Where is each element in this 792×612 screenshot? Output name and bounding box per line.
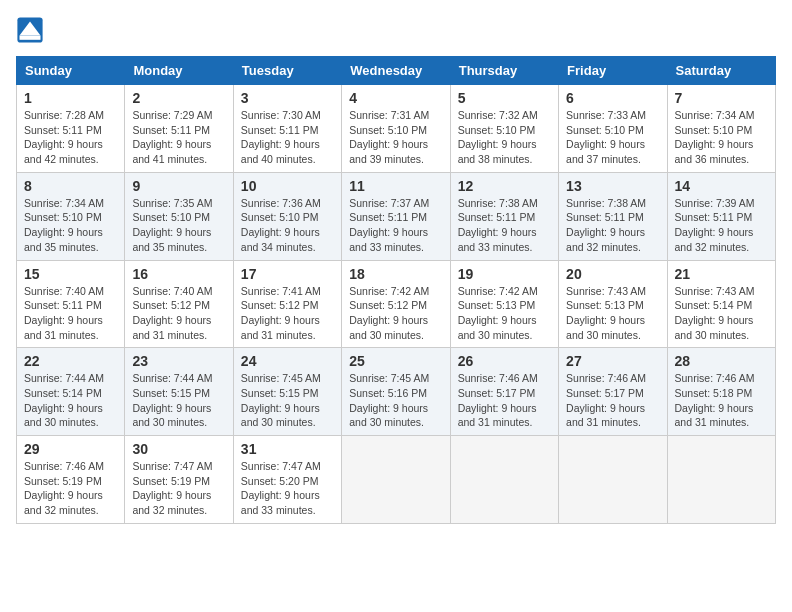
day-info: Sunrise: 7:43 AMSunset: 5:13 PMDaylight:… <box>566 284 659 343</box>
calendar-cell: 19Sunrise: 7:42 AMSunset: 5:13 PMDayligh… <box>450 260 558 348</box>
day-info: Sunrise: 7:40 AMSunset: 5:11 PMDaylight:… <box>24 284 117 343</box>
calendar-cell: 31Sunrise: 7:47 AMSunset: 5:20 PMDayligh… <box>233 436 341 524</box>
calendar-cell: 25Sunrise: 7:45 AMSunset: 5:16 PMDayligh… <box>342 348 450 436</box>
calendar-week-2: 8Sunrise: 7:34 AMSunset: 5:10 PMDaylight… <box>17 172 776 260</box>
day-info: Sunrise: 7:47 AMSunset: 5:20 PMDaylight:… <box>241 459 334 518</box>
calendar-cell: 5Sunrise: 7:32 AMSunset: 5:10 PMDaylight… <box>450 85 558 173</box>
day-number: 24 <box>241 353 334 369</box>
calendar-cell <box>342 436 450 524</box>
day-number: 30 <box>132 441 225 457</box>
day-number: 8 <box>24 178 117 194</box>
day-number: 28 <box>675 353 768 369</box>
day-info: Sunrise: 7:39 AMSunset: 5:11 PMDaylight:… <box>675 196 768 255</box>
day-info: Sunrise: 7:38 AMSunset: 5:11 PMDaylight:… <box>458 196 551 255</box>
day-info: Sunrise: 7:42 AMSunset: 5:12 PMDaylight:… <box>349 284 442 343</box>
calendar-cell <box>667 436 775 524</box>
calendar-week-5: 29Sunrise: 7:46 AMSunset: 5:19 PMDayligh… <box>17 436 776 524</box>
calendar-cell: 17Sunrise: 7:41 AMSunset: 5:12 PMDayligh… <box>233 260 341 348</box>
calendar-cell: 24Sunrise: 7:45 AMSunset: 5:15 PMDayligh… <box>233 348 341 436</box>
day-info: Sunrise: 7:38 AMSunset: 5:11 PMDaylight:… <box>566 196 659 255</box>
day-info: Sunrise: 7:31 AMSunset: 5:10 PMDaylight:… <box>349 108 442 167</box>
calendar-cell: 12Sunrise: 7:38 AMSunset: 5:11 PMDayligh… <box>450 172 558 260</box>
calendar-cell: 8Sunrise: 7:34 AMSunset: 5:10 PMDaylight… <box>17 172 125 260</box>
day-number: 10 <box>241 178 334 194</box>
calendar-cell: 13Sunrise: 7:38 AMSunset: 5:11 PMDayligh… <box>559 172 667 260</box>
day-info: Sunrise: 7:45 AMSunset: 5:16 PMDaylight:… <box>349 371 442 430</box>
day-header-saturday: Saturday <box>667 57 775 85</box>
day-info: Sunrise: 7:41 AMSunset: 5:12 PMDaylight:… <box>241 284 334 343</box>
day-header-thursday: Thursday <box>450 57 558 85</box>
day-info: Sunrise: 7:36 AMSunset: 5:10 PMDaylight:… <box>241 196 334 255</box>
day-number: 26 <box>458 353 551 369</box>
page-header <box>16 16 776 44</box>
calendar-cell: 6Sunrise: 7:33 AMSunset: 5:10 PMDaylight… <box>559 85 667 173</box>
calendar-cell: 10Sunrise: 7:36 AMSunset: 5:10 PMDayligh… <box>233 172 341 260</box>
day-number: 11 <box>349 178 442 194</box>
calendar-cell <box>450 436 558 524</box>
day-number: 16 <box>132 266 225 282</box>
day-number: 14 <box>675 178 768 194</box>
day-number: 4 <box>349 90 442 106</box>
day-number: 6 <box>566 90 659 106</box>
day-number: 5 <box>458 90 551 106</box>
day-number: 1 <box>24 90 117 106</box>
calendar-cell: 14Sunrise: 7:39 AMSunset: 5:11 PMDayligh… <box>667 172 775 260</box>
day-header-wednesday: Wednesday <box>342 57 450 85</box>
day-info: Sunrise: 7:35 AMSunset: 5:10 PMDaylight:… <box>132 196 225 255</box>
calendar-cell: 23Sunrise: 7:44 AMSunset: 5:15 PMDayligh… <box>125 348 233 436</box>
day-header-sunday: Sunday <box>17 57 125 85</box>
calendar-cell: 9Sunrise: 7:35 AMSunset: 5:10 PMDaylight… <box>125 172 233 260</box>
day-info: Sunrise: 7:43 AMSunset: 5:14 PMDaylight:… <box>675 284 768 343</box>
calendar-cell: 27Sunrise: 7:46 AMSunset: 5:17 PMDayligh… <box>559 348 667 436</box>
day-info: Sunrise: 7:44 AMSunset: 5:15 PMDaylight:… <box>132 371 225 430</box>
day-header-tuesday: Tuesday <box>233 57 341 85</box>
calendar-cell: 2Sunrise: 7:29 AMSunset: 5:11 PMDaylight… <box>125 85 233 173</box>
day-info: Sunrise: 7:46 AMSunset: 5:17 PMDaylight:… <box>566 371 659 430</box>
day-info: Sunrise: 7:29 AMSunset: 5:11 PMDaylight:… <box>132 108 225 167</box>
day-info: Sunrise: 7:30 AMSunset: 5:11 PMDaylight:… <box>241 108 334 167</box>
calendar-cell: 21Sunrise: 7:43 AMSunset: 5:14 PMDayligh… <box>667 260 775 348</box>
day-number: 20 <box>566 266 659 282</box>
day-info: Sunrise: 7:34 AMSunset: 5:10 PMDaylight:… <box>24 196 117 255</box>
calendar-cell: 22Sunrise: 7:44 AMSunset: 5:14 PMDayligh… <box>17 348 125 436</box>
day-info: Sunrise: 7:40 AMSunset: 5:12 PMDaylight:… <box>132 284 225 343</box>
day-header-monday: Monday <box>125 57 233 85</box>
day-info: Sunrise: 7:42 AMSunset: 5:13 PMDaylight:… <box>458 284 551 343</box>
calendar-cell: 29Sunrise: 7:46 AMSunset: 5:19 PMDayligh… <box>17 436 125 524</box>
day-info: Sunrise: 7:32 AMSunset: 5:10 PMDaylight:… <box>458 108 551 167</box>
calendar-cell <box>559 436 667 524</box>
day-number: 15 <box>24 266 117 282</box>
day-number: 21 <box>675 266 768 282</box>
calendar-cell: 3Sunrise: 7:30 AMSunset: 5:11 PMDaylight… <box>233 85 341 173</box>
calendar-cell: 30Sunrise: 7:47 AMSunset: 5:19 PMDayligh… <box>125 436 233 524</box>
day-number: 22 <box>24 353 117 369</box>
calendar-week-4: 22Sunrise: 7:44 AMSunset: 5:14 PMDayligh… <box>17 348 776 436</box>
calendar-cell: 4Sunrise: 7:31 AMSunset: 5:10 PMDaylight… <box>342 85 450 173</box>
day-info: Sunrise: 7:37 AMSunset: 5:11 PMDaylight:… <box>349 196 442 255</box>
day-info: Sunrise: 7:33 AMSunset: 5:10 PMDaylight:… <box>566 108 659 167</box>
calendar-cell: 28Sunrise: 7:46 AMSunset: 5:18 PMDayligh… <box>667 348 775 436</box>
day-info: Sunrise: 7:45 AMSunset: 5:15 PMDaylight:… <box>241 371 334 430</box>
logo <box>16 16 48 44</box>
calendar-week-1: 1Sunrise: 7:28 AMSunset: 5:11 PMDaylight… <box>17 85 776 173</box>
day-info: Sunrise: 7:46 AMSunset: 5:19 PMDaylight:… <box>24 459 117 518</box>
day-number: 31 <box>241 441 334 457</box>
calendar-table: SundayMondayTuesdayWednesdayThursdayFrid… <box>16 56 776 524</box>
day-header-friday: Friday <box>559 57 667 85</box>
calendar-cell: 1Sunrise: 7:28 AMSunset: 5:11 PMDaylight… <box>17 85 125 173</box>
day-number: 3 <box>241 90 334 106</box>
calendar-week-3: 15Sunrise: 7:40 AMSunset: 5:11 PMDayligh… <box>17 260 776 348</box>
calendar-cell: 15Sunrise: 7:40 AMSunset: 5:11 PMDayligh… <box>17 260 125 348</box>
day-number: 9 <box>132 178 225 194</box>
calendar-cell: 26Sunrise: 7:46 AMSunset: 5:17 PMDayligh… <box>450 348 558 436</box>
logo-icon <box>16 16 44 44</box>
day-number: 17 <box>241 266 334 282</box>
calendar-cell: 20Sunrise: 7:43 AMSunset: 5:13 PMDayligh… <box>559 260 667 348</box>
header-row: SundayMondayTuesdayWednesdayThursdayFrid… <box>17 57 776 85</box>
day-info: Sunrise: 7:46 AMSunset: 5:18 PMDaylight:… <box>675 371 768 430</box>
day-number: 27 <box>566 353 659 369</box>
day-number: 12 <box>458 178 551 194</box>
day-info: Sunrise: 7:47 AMSunset: 5:19 PMDaylight:… <box>132 459 225 518</box>
calendar-cell: 18Sunrise: 7:42 AMSunset: 5:12 PMDayligh… <box>342 260 450 348</box>
day-info: Sunrise: 7:28 AMSunset: 5:11 PMDaylight:… <box>24 108 117 167</box>
